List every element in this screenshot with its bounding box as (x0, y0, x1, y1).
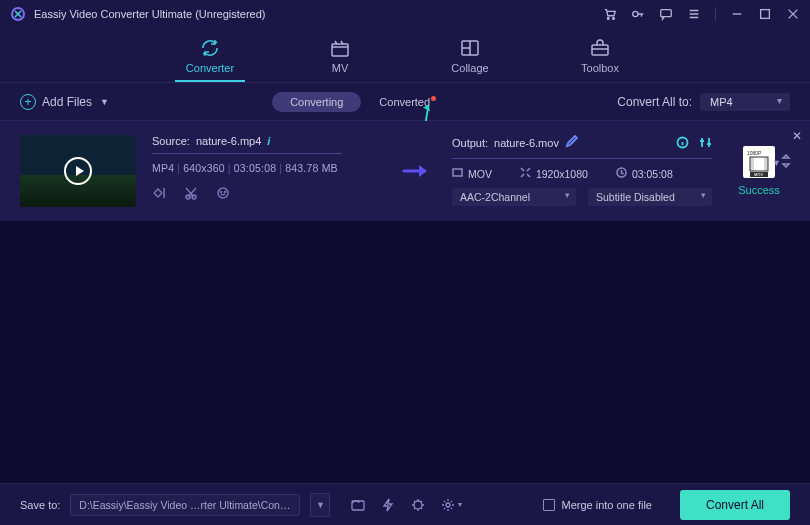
add-files-label: Add Files (42, 95, 92, 109)
gpu-accel-icon[interactable] (380, 497, 396, 513)
svg-rect-19 (750, 157, 754, 171)
direction-arrow (396, 135, 436, 207)
merge-label: Merge into one file (561, 499, 652, 511)
close-icon[interactable] (786, 7, 800, 21)
footer: Save to: D:\Eassiy\Eassiy Video …rter Ul… (0, 483, 810, 525)
convert-all-button[interactable]: Convert All (680, 490, 790, 520)
svg-rect-20 (764, 157, 768, 171)
divider (452, 158, 712, 159)
source-format: MP4 (152, 162, 174, 174)
plus-icon: + (20, 94, 36, 110)
media-icon (329, 38, 351, 58)
clock-icon (616, 167, 627, 180)
nav-label: Toolbox (581, 62, 619, 74)
output-format-thumb[interactable]: 1080PMOV (743, 146, 775, 178)
collage-icon (459, 38, 481, 58)
svg-point-13 (225, 192, 226, 193)
output-format-select[interactable]: MP4 (700, 93, 790, 111)
add-files-button[interactable]: + Add Files ▼ (20, 94, 109, 110)
expand-handle-icon[interactable] (781, 154, 791, 171)
chevron-down-icon[interactable]: ▼ (772, 158, 781, 168)
out-resolution: 1920x1080 (536, 168, 588, 180)
svg-rect-15 (453, 169, 462, 176)
maximize-icon[interactable] (758, 7, 772, 21)
source-header: Source: nature-6.mp4 i (152, 135, 380, 147)
content-area: ✕ Source: nature-6.mp4 i MP4|640x360|03:… (0, 121, 810, 483)
divider (715, 7, 716, 21)
key-icon[interactable] (631, 7, 645, 21)
nav-label: Converter (186, 62, 234, 74)
output-thumb-col: 1080PMOV ▼ Success (728, 135, 790, 207)
file-row: ✕ Source: nature-6.mp4 i MP4|640x360|03:… (0, 121, 810, 221)
menu-icon[interactable] (687, 7, 701, 21)
save-path-dropdown[interactable]: ▼ (310, 493, 330, 517)
divider (152, 153, 342, 154)
nav-mv[interactable]: MV (305, 38, 375, 82)
source-tools (152, 186, 380, 200)
save-path-field[interactable]: D:\Eassiy\Eassiy Video …rter Ultimate\Co… (70, 494, 300, 516)
out-duration: 03:05:08 (632, 168, 673, 180)
svg-point-24 (414, 501, 422, 509)
high-speed-icon[interactable] (410, 497, 426, 513)
nav-label: Collage (451, 62, 488, 74)
svg-rect-5 (761, 10, 770, 19)
svg-rect-8 (592, 45, 608, 55)
save-to-label: Save to: (20, 499, 60, 511)
remove-file-button[interactable]: ✕ (792, 129, 802, 143)
main-nav: Converter MV Collage Toolbox (0, 28, 810, 83)
output-status: Success (738, 184, 780, 196)
audio-channel-select[interactable]: AAC-2Channel (452, 188, 576, 206)
svg-point-3 (633, 11, 638, 16)
info-circle-icon[interactable] (676, 136, 689, 149)
source-meta: MP4|640x360|03:05:08|843.78 MB (152, 162, 380, 174)
tab-converting[interactable]: Converting (272, 92, 361, 112)
source-resolution: 640x360 (183, 162, 225, 174)
subtitle-select[interactable]: Subtitle Disabled (588, 188, 712, 206)
source-column: Source: nature-6.mp4 i MP4|640x360|03:05… (152, 135, 380, 207)
footer-tools (350, 497, 462, 513)
settings-sliders-icon[interactable] (699, 136, 712, 149)
svg-text:MOV: MOV (754, 172, 763, 177)
convert-all-to: Convert All to: MP4 (617, 93, 790, 111)
edit-icon[interactable] (565, 135, 578, 150)
info-icon[interactable]: i (267, 135, 270, 147)
nav-collage[interactable]: Collage (435, 38, 505, 82)
svg-point-2 (613, 18, 615, 20)
titlebar: Eassiy Video Converter Ultimate (Unregis… (0, 0, 810, 28)
output-meta: MOV 1920x1080 03:05:08 (452, 167, 712, 180)
video-thumbnail[interactable] (20, 135, 136, 207)
chevron-down-icon: ▼ (100, 97, 109, 107)
nav-converter[interactable]: Converter (175, 38, 245, 82)
output-header: Output: nature-6.mov (452, 135, 712, 150)
source-size: 843.78 MB (285, 162, 338, 174)
cart-icon[interactable] (603, 7, 617, 21)
toolbar: + Add Files ▼ Converting Converted Conve… (0, 83, 810, 121)
source-label: Source: (152, 135, 190, 147)
feedback-icon[interactable] (659, 7, 673, 21)
source-filename: nature-6.mp4 (196, 135, 261, 147)
nav-label: MV (332, 62, 349, 74)
settings-gear-icon[interactable] (440, 497, 462, 513)
app-logo-icon (10, 6, 26, 22)
tab-converted[interactable]: Converted (361, 92, 454, 112)
svg-point-1 (607, 18, 609, 20)
notification-dot (431, 96, 436, 101)
svg-point-12 (221, 192, 222, 193)
enhance-icon[interactable] (216, 186, 230, 200)
source-duration: 03:05:08 (234, 162, 276, 174)
trim-icon[interactable] (152, 186, 166, 200)
convert-all-label: Convert All to: (617, 95, 692, 109)
toolbox-icon (589, 38, 611, 58)
format-icon (452, 167, 463, 180)
output-filename: nature-6.mov (494, 137, 559, 149)
checkbox-icon (543, 499, 555, 511)
out-format: MOV (468, 168, 492, 180)
refresh-icon (199, 38, 221, 58)
svg-rect-4 (661, 10, 672, 17)
nav-toolbox[interactable]: Toolbox (565, 38, 635, 82)
merge-checkbox[interactable]: Merge into one file (543, 499, 652, 511)
open-folder-icon[interactable] (350, 497, 366, 513)
minimize-icon[interactable] (730, 7, 744, 21)
svg-rect-6 (332, 44, 348, 56)
cut-icon[interactable] (184, 186, 198, 200)
